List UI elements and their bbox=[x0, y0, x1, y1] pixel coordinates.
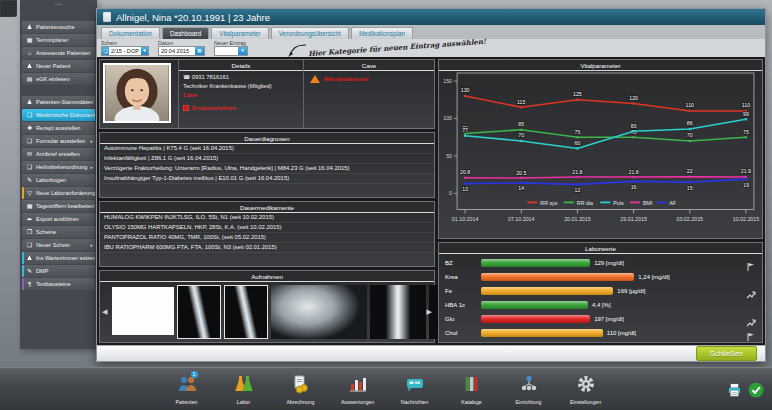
svg-text:13: 13 bbox=[462, 186, 468, 192]
svg-text:120: 120 bbox=[629, 95, 638, 101]
diagnosis-row[interactable]: Insulinabhängiger Typ-1-Diabetes mellitu… bbox=[100, 174, 434, 184]
sidebar-item-textbausteine[interactable]: ¶Textbausteine bbox=[22, 278, 95, 290]
dock-item-auswertungen[interactable]: Auswertungen bbox=[336, 374, 380, 405]
cross-icon: ✚ bbox=[26, 125, 33, 132]
diagnosis-row[interactable]: Verzögerte Frakturheilung: Unterarm [Rad… bbox=[100, 164, 434, 174]
close-button[interactable]: Schließen bbox=[696, 346, 757, 361]
toolbar: Schein ❏ 2/15 - DOP ▼ Datum 20.04.2015 ▦… bbox=[97, 39, 765, 57]
schein-value: 2/15 - DOP bbox=[109, 48, 141, 54]
submenu-arrow-icon: ▸ bbox=[90, 138, 95, 144]
sidebar-item-neue-laboranforderung[interactable]: ▽Neue Laboranforderung bbox=[22, 187, 95, 199]
text-icon: ¶ bbox=[26, 281, 33, 288]
dock-item-nachrichten[interactable]: Nachrichten bbox=[393, 374, 437, 405]
sidebar-item-label: eGK einlesen bbox=[36, 76, 70, 82]
neuer-eintrag-dropdown-icon[interactable]: ▼ bbox=[238, 47, 247, 55]
lab-value: 4,4 [%] bbox=[592, 302, 611, 308]
submenu-arrow-icon: ▸ bbox=[90, 242, 95, 248]
sidebar-item-tagesziffern-bearbeiten[interactable]: ▦Tagesziffern bearbeiten bbox=[22, 200, 95, 212]
dauermedikamente-panel: Dauermedikamente HUMALOG KWIKPEN INJKTLS… bbox=[99, 201, 435, 267]
sidebar-item-label: Neue Laboranforderung bbox=[36, 190, 95, 196]
lab-icon bbox=[234, 374, 254, 398]
scroll-left-icon[interactable]: ◀ bbox=[102, 308, 107, 316]
sidebar-item-formular-ausstellen[interactable]: ❏Formular ausstellen▸ bbox=[22, 135, 95, 147]
svg-text:115: 115 bbox=[517, 98, 525, 104]
sidebar-item-patienten-stammdaten[interactable]: ♟Patienten-Stammdaten bbox=[22, 96, 95, 108]
patient-file-icon bbox=[103, 12, 111, 22]
dock-item-einstellungen[interactable]: Einstellungen bbox=[564, 374, 608, 405]
tab-medikationsplan[interactable]: Medikationsplan bbox=[351, 27, 413, 39]
schein-dropdown-icon[interactable]: ▼ bbox=[141, 47, 148, 55]
sidebar-item-export-ausführen[interactable]: ➦Export ausführen bbox=[22, 213, 95, 225]
dock-item-kataloge[interactable]: Kataloge bbox=[450, 374, 494, 405]
sidebar-item-terminplaner[interactable]: ▦Terminplaner bbox=[22, 34, 95, 46]
dock-item-label: Labor bbox=[237, 399, 250, 405]
sidebar-item-egk-einlesen[interactable]: ▤eGK einlesen bbox=[22, 73, 95, 85]
scroll-right-icon[interactable]: ▶ bbox=[427, 308, 432, 316]
accent-marker bbox=[22, 252, 24, 264]
dock-item-abrechnung[interactable]: Abrechnung bbox=[279, 374, 323, 405]
lab-value: 197 [mg/dl] bbox=[594, 316, 624, 322]
thumbnail-xray-arm-1[interactable] bbox=[177, 285, 221, 339]
doc-icon: ❏ bbox=[26, 112, 33, 119]
window-titlebar[interactable]: Allnigel, Nina *20.10.1991 | 23 Jahre bbox=[97, 9, 765, 25]
svg-text:100: 100 bbox=[443, 115, 452, 121]
thumbnail-xray-spine[interactable] bbox=[370, 285, 426, 339]
doc-icon: ❏ bbox=[26, 138, 33, 145]
sidebar-item-arztbrief-erstellen[interactable]: ✉Arztbrief erstellen bbox=[22, 148, 95, 160]
neuer-eintrag-combobox[interactable]: ▼ bbox=[214, 46, 248, 56]
tab-vitalparameter[interactable]: Vitalparameter bbox=[211, 27, 268, 39]
schein-combobox[interactable]: ❏ 2/15 - DOP ▼ bbox=[101, 46, 149, 56]
sidebar-item-neuer-patient[interactable]: ♟Neuer Patient bbox=[22, 60, 95, 72]
thumbnail-xray-arm-2[interactable] bbox=[224, 285, 268, 339]
lab-value: 110 [mg/dl] bbox=[607, 330, 636, 336]
dauerdiagnosen-header: Dauerdiagnosen bbox=[100, 133, 434, 144]
flag-icon[interactable] bbox=[746, 328, 756, 338]
sidebar-item-dmp[interactable]: ✎DMP bbox=[22, 265, 95, 277]
dock-item-einrichtung[interactable]: Einrichtung bbox=[507, 374, 551, 405]
lab-name: Glu bbox=[445, 316, 481, 322]
trend-icon[interactable] bbox=[746, 314, 756, 324]
person-icon: ♟ bbox=[26, 63, 33, 70]
sidebar-item-rezept-ausstellen[interactable]: ✚Rezept ausstellen bbox=[22, 122, 95, 134]
sidebar-item-scheine[interactable]: ❐Scheine bbox=[22, 226, 95, 238]
medication-row[interactable]: IBU RATIOPHARM 600MG FTA, FTA, 100St, N3… bbox=[100, 243, 434, 253]
desktop-start-chip[interactable] bbox=[0, 0, 17, 17]
calendar-icon[interactable]: ▦ bbox=[195, 47, 204, 55]
sidebar-item-laborbogen[interactable]: ✎Laborbogen bbox=[22, 174, 95, 186]
thumbnail-xray-neck-lateral[interactable] bbox=[271, 285, 367, 339]
sidebar-item-ins-wartezimmer-setzen[interactable]: ♟Ins Wartezimmer setzen bbox=[22, 252, 95, 264]
diagnosis-row[interactable]: Infektanfälligkeit | Z86.1 G (seit 16.04… bbox=[100, 154, 434, 164]
dock-item-labor[interactable]: Labor bbox=[222, 374, 266, 405]
medication-row[interactable]: HUMALOG KWIKPEN INJKTLSG, ILO, 5St, N1 (… bbox=[100, 213, 434, 223]
status-ok-icon[interactable] bbox=[748, 382, 764, 398]
svg-text:22: 22 bbox=[687, 168, 693, 174]
lab-row-krea: Krea1,24 [mg/dl] bbox=[439, 270, 762, 284]
svg-text:60: 60 bbox=[575, 140, 581, 146]
tab-dokumentation[interactable]: Dokumentation bbox=[101, 27, 160, 39]
billing-icon bbox=[291, 374, 311, 398]
sidebar-item-heilmittelverordnung[interactable]: ❏Heilmittelverordnung▸ bbox=[22, 161, 95, 173]
svg-text:29.01.2015: 29.01.2015 bbox=[620, 216, 647, 222]
trend-icon[interactable] bbox=[746, 286, 756, 296]
cave-link[interactable]: Cave bbox=[183, 91, 299, 100]
svg-text:20.01.2015: 20.01.2015 bbox=[564, 216, 591, 222]
diagnosis-row[interactable]: Autoimmune Hepatitis | K75.4 G (seit 16.… bbox=[100, 144, 434, 154]
laborwerte-panel: Laborwerte BZ129 [mg/dl]Krea1,24 [mg/dl]… bbox=[438, 242, 763, 343]
sidebar-item-patientensuche[interactable]: ♟Patientensuche bbox=[22, 21, 95, 33]
flag-icon[interactable] bbox=[746, 258, 756, 268]
sidebar-item-anwesende-patienten[interactable]: ⌂Anwesende Patienten bbox=[22, 47, 95, 59]
svg-text:03.02.2015: 03.02.2015 bbox=[677, 216, 704, 222]
sidebar-item-label: Patientensuche bbox=[36, 24, 75, 30]
medication-row[interactable]: OLYSIO 150MG HARTKAPSELN, HKP, 28St, K.A… bbox=[100, 223, 434, 233]
sidebar-item-medizinische-dokumentation[interactable]: ❏Medizinische Dokumentation bbox=[22, 109, 95, 121]
printer-icon[interactable] bbox=[727, 383, 742, 398]
medication-row[interactable]: PANTOPRAZOL RATIO 40MG, TMR, 100St, (sei… bbox=[100, 233, 434, 243]
sidebar-handle-icon[interactable]: ⋯ bbox=[20, 1, 97, 9]
datum-input[interactable]: 20.04.2015 ▦ bbox=[158, 46, 205, 56]
sidebar-item-neuer-schein[interactable]: ❏Neuer Schein▸ bbox=[22, 239, 95, 251]
dock-item-patienten[interactable]: 1Patienten bbox=[165, 374, 209, 405]
tab-verordnungsübersicht[interactable]: Verordnungsübersicht bbox=[271, 27, 349, 39]
tab-dashboard[interactable]: Dashboard bbox=[162, 27, 209, 39]
lab-bar bbox=[481, 259, 590, 267]
thumbnail-ekg[interactable] bbox=[112, 287, 174, 335]
